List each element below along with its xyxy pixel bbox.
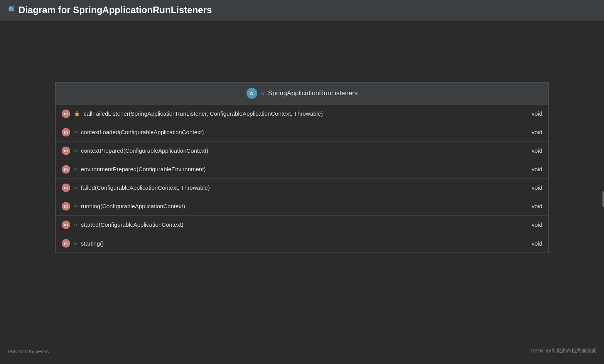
method-row[interactable]: m ○ contextPrepared(ConfigurableApplicat… bbox=[56, 142, 548, 160]
method-row[interactable]: m ○ contextLoaded(ConfigurableApplicatio… bbox=[56, 123, 548, 142]
method-row[interactable]: m ○ running(ConfigurableApplicationConte… bbox=[56, 197, 548, 216]
visibility-dot: ○ bbox=[74, 148, 77, 153]
main-area: c ○ SpringApplicationRunListeners m 🔒 ca… bbox=[0, 20, 604, 362]
method-badge: m bbox=[62, 147, 70, 155]
method-name: callFailedListener(SpringApplicationRunL… bbox=[84, 110, 528, 117]
class-name: SpringApplicationRunListeners bbox=[268, 89, 358, 97]
method-badge: m bbox=[62, 128, 70, 136]
return-type: void bbox=[531, 221, 542, 228]
method-badge: m bbox=[62, 221, 70, 229]
method-row[interactable]: m ○ started(ConfigurableApplicationConte… bbox=[56, 216, 548, 234]
lock-icon: 🔒 bbox=[74, 111, 80, 116]
methods-list: m 🔒 callFailedListener(SpringApplication… bbox=[56, 104, 548, 253]
method-badge: m bbox=[62, 239, 70, 248]
method-row[interactable]: m ○ environmentPrepared(ConfigurableEnvi… bbox=[56, 160, 548, 179]
diagram-card: c ○ SpringApplicationRunListeners m 🔒 ca… bbox=[55, 82, 549, 253]
method-badge: m bbox=[62, 202, 70, 211]
class-badge: c bbox=[246, 88, 257, 99]
return-type: void bbox=[531, 129, 542, 135]
method-name: started(ConfigurableApplicationContext) bbox=[81, 221, 528, 228]
scrollbar[interactable] bbox=[602, 191, 604, 207]
footer-powered-by: Powered by yFiles bbox=[8, 349, 49, 354]
method-name: contextLoaded(ConfigurableApplicationCon… bbox=[81, 129, 528, 135]
visibility-dot: ○ bbox=[74, 203, 77, 209]
method-badge: m bbox=[62, 110, 70, 118]
method-row[interactable]: m ○ failed(ConfigurableApplicationContex… bbox=[56, 179, 548, 197]
return-type: void bbox=[531, 184, 542, 191]
return-type: void bbox=[531, 166, 542, 172]
return-type: void bbox=[531, 147, 542, 154]
return-type: void bbox=[531, 203, 542, 209]
method-name: starting() bbox=[81, 240, 528, 247]
visibility-dot: ○ bbox=[74, 241, 77, 246]
visibility-dot: ○ bbox=[74, 185, 77, 190]
method-name: failed(ConfigurableApplicationContext, T… bbox=[81, 184, 528, 191]
method-name: environmentPrepared(ConfigurableEnvironm… bbox=[81, 166, 528, 172]
page-title: Diagram for SpringApplicationRunListener… bbox=[19, 5, 212, 15]
visibility-dot: ○ bbox=[74, 222, 77, 228]
header-dot: ○ bbox=[261, 90, 264, 96]
card-header: c ○ SpringApplicationRunListeners bbox=[56, 83, 548, 104]
return-type: void bbox=[531, 240, 542, 247]
visibility-dot: ○ bbox=[74, 129, 77, 135]
visibility-dot: ○ bbox=[74, 166, 77, 172]
watermark: CSDN @肯尼思布赖恩埃德蒙 bbox=[530, 347, 596, 354]
return-type: void bbox=[531, 110, 542, 117]
method-row[interactable]: m 🔒 callFailedListener(SpringApplication… bbox=[56, 104, 548, 123]
diagram-icon: ≝ bbox=[8, 5, 15, 15]
method-badge: m bbox=[62, 165, 70, 174]
method-name: contextPrepared(ConfigurableApplicationC… bbox=[81, 147, 528, 154]
method-badge: m bbox=[62, 184, 70, 192]
method-row[interactable]: m ○ starting() void bbox=[56, 234, 548, 253]
method-name: running(ConfigurableApplicationContext) bbox=[81, 203, 528, 209]
title-bar: ≝ Diagram for SpringApplicationRunListen… bbox=[0, 0, 604, 20]
